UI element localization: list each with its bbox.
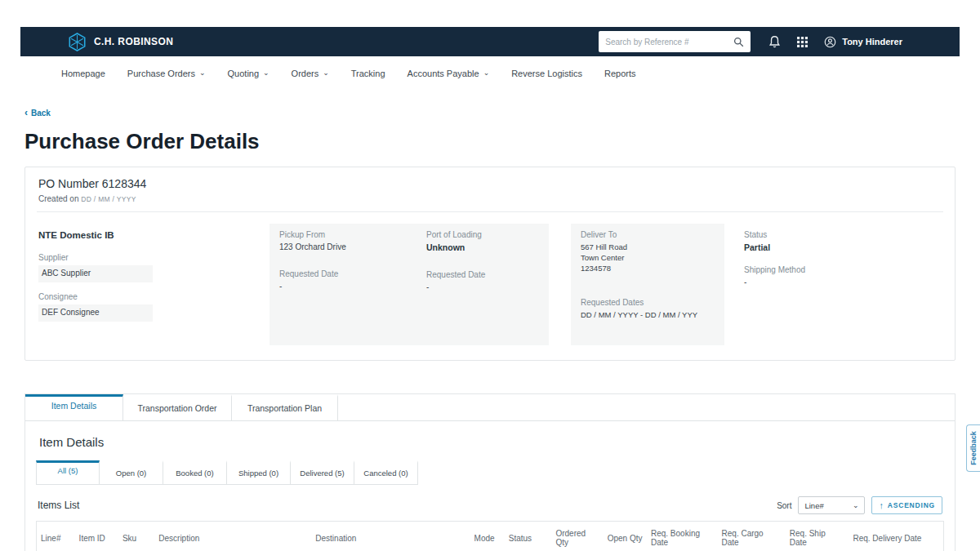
col-description: Description: [154, 522, 311, 551]
filter-tab-canceled[interactable]: Canceled (0): [354, 460, 418, 485]
tab-transportation-plan[interactable]: Transportation Plan: [232, 394, 338, 420]
nav-item-tracking[interactable]: Tracking: [351, 69, 385, 78]
nav-item-purchase-orders[interactable]: Purchase Orders ⌄: [127, 69, 206, 78]
deliver-to-line2: Town Center: [581, 253, 715, 264]
supplier-value: ABC Supplier: [38, 265, 153, 282]
col-req-delivery-date: Req. Delivery Date: [849, 522, 943, 551]
item-details-heading: Item Details: [36, 435, 944, 449]
po-number: PO Number 6128344: [38, 177, 942, 190]
back-link[interactable]: ‹ Back: [24, 108, 51, 118]
arrow-up-icon: ↑: [879, 500, 884, 510]
filter-tab-booked[interactable]: Booked (0): [163, 460, 227, 485]
items-list-header: Items List Sort Line# ⌄ ↑ ASCENDING: [38, 496, 942, 514]
chevron-down-icon: ⌄: [483, 69, 490, 77]
nav-item-accounts-payable[interactable]: Accounts Payable ⌄: [408, 69, 490, 78]
order-type: NTE Domestic IB: [38, 230, 270, 240]
back-chevron-icon: ‹: [24, 108, 28, 118]
notifications-bell-icon[interactable]: [768, 35, 781, 48]
search-input[interactable]: [605, 38, 733, 47]
col-destination: Destination: [311, 522, 470, 551]
items-table: Line# Item ID Sku Description Destinatio…: [37, 522, 943, 551]
deliver-to-line3: 1234578: [581, 264, 715, 274]
top-header-bar: C.H. ROBINSON: [20, 27, 960, 56]
brand-logo: C.H. ROBINSON: [67, 32, 173, 52]
feedback-button[interactable]: Feedback: [966, 424, 980, 472]
filter-tab-all[interactable]: All (5): [36, 460, 100, 485]
sort-field-select[interactable]: Line# ⌄: [798, 496, 865, 514]
port-of-loading-label: Port of Loading: [426, 230, 539, 239]
detail-tabs: Item Details Transportation Order Transp…: [25, 394, 955, 421]
item-details-panel: Item Details All (5) Open (0) Booked (0)…: [25, 421, 955, 551]
user-avatar-icon: [824, 36, 836, 48]
app-viewport: C.H. ROBINSON: [0, 0, 980, 551]
shipping-method-label: Shipping Method: [744, 265, 805, 274]
nav-item-orders[interactable]: Orders ⌄: [292, 69, 329, 78]
sort-direction-button[interactable]: ↑ ASCENDING: [871, 496, 942, 514]
pickup-requested-date-label: Requested Date: [279, 269, 407, 278]
shipping-method-value: -: [744, 278, 805, 287]
consignee-value: DEF Consignee: [38, 304, 153, 322]
col-line: Line#: [37, 522, 75, 551]
col-item-id: Item ID: [75, 522, 118, 551]
requested-dates-value: DD / MM / YYYY - DD / MM / YYY: [581, 310, 715, 319]
port-requested-date-value: -: [426, 282, 539, 291]
po-column-parties: NTE Domestic IB Supplier ABC Supplier Co…: [38, 224, 270, 345]
filter-tab-delivered[interactable]: Delivered (5): [291, 460, 354, 485]
po-fields-grid: NTE Domestic IB Supplier ABC Supplier Co…: [37, 224, 943, 345]
nav-item-quoting[interactable]: Quoting ⌄: [228, 69, 270, 78]
deliver-to-label: Deliver To: [581, 230, 715, 239]
nav-item-homepage[interactable]: Homepage: [61, 69, 105, 78]
po-column-pickup: Pickup From 123 Orchard Drive Requested …: [270, 224, 416, 345]
items-list-title: Items List: [38, 500, 79, 511]
tab-item-details[interactable]: Item Details: [25, 394, 123, 420]
po-column-status: Status Partial Shipping Method -: [744, 224, 805, 345]
pickup-from-value: 123 Orchard Drive: [279, 242, 407, 251]
details-tab-card: Item Details Transportation Order Transp…: [24, 393, 956, 551]
pickup-from-label: Pickup From: [279, 230, 407, 239]
chevron-down-icon: ⌄: [323, 69, 329, 77]
pickup-requested-date-value: -: [279, 282, 407, 291]
port-of-loading-value: Unknown: [426, 242, 539, 252]
apps-grid-icon[interactable]: [797, 37, 808, 47]
filter-tab-open[interactable]: Open (0): [100, 460, 163, 485]
col-open-qty: Open Qty: [604, 522, 647, 551]
filter-tab-shipped[interactable]: Shipped (0): [227, 460, 291, 485]
user-menu[interactable]: Tony Hinderer: [824, 36, 902, 48]
nav-item-reports[interactable]: Reports: [604, 69, 636, 78]
tab-transportation-order[interactable]: Transportation Order: [123, 394, 232, 420]
po-column-port: Port of Loading Unknown Requested Date -: [416, 224, 549, 345]
table-header-row: Line# Item ID Sku Description Destinatio…: [37, 522, 943, 551]
page-content: ‹ Back Purchase Order Details PO Number …: [0, 104, 980, 551]
supplier-label: Supplier: [38, 253, 270, 262]
requested-dates-label: Requested Dates: [581, 298, 715, 307]
port-requested-date-label: Requested Date: [426, 270, 539, 279]
po-summary-card: PO Number 6128344 Created on DD / MM / Y…: [24, 167, 956, 361]
sort-label: Sort: [777, 501, 791, 510]
brand-name: C.H. ROBINSON: [94, 36, 173, 47]
po-column-deliver: Deliver To 567 Hill Road Town Center 123…: [571, 224, 724, 345]
search-icon[interactable]: [733, 37, 744, 47]
deliver-to-line1: 567 Hill Road: [581, 242, 715, 253]
col-ordered-qty: Ordered Qty: [551, 522, 603, 551]
consignee-label: Consignee: [38, 292, 270, 301]
po-card-header: PO Number 6128344 Created on DD / MM / Y…: [37, 176, 943, 212]
col-req-booking-date: Req. Booking Date: [647, 522, 718, 551]
nav-item-reverse-logistics[interactable]: Reverse Logistics: [511, 69, 582, 78]
chevron-down-icon: ⌄: [853, 501, 859, 509]
reference-searchbox[interactable]: [599, 31, 751, 52]
chevron-down-icon: ⌄: [263, 69, 270, 77]
user-name: Tony Hinderer: [842, 37, 902, 47]
chrobinson-logo-icon: [67, 32, 87, 52]
col-req-ship-date: Req. Ship Date: [786, 522, 849, 551]
page-title: Purchase Order Details: [24, 129, 956, 154]
chevron-down-icon: ⌄: [199, 69, 206, 77]
po-created-date: DD / MM / YYYY: [81, 195, 136, 203]
status-label: Status: [744, 230, 805, 239]
col-mode: Mode: [470, 522, 505, 551]
col-sku: Sku: [118, 522, 154, 551]
main-navigation: Homepage Purchase Orders ⌄ Quoting ⌄ Ord…: [20, 56, 960, 91]
po-created-on: Created on DD / MM / YYYY: [38, 194, 942, 203]
status-filter-tabs: All (5) Open (0) Booked (0) Shipped (0) …: [36, 460, 944, 485]
col-req-cargo-date: Req. Cargo Date: [718, 522, 786, 551]
status-value: Partial: [744, 242, 805, 252]
